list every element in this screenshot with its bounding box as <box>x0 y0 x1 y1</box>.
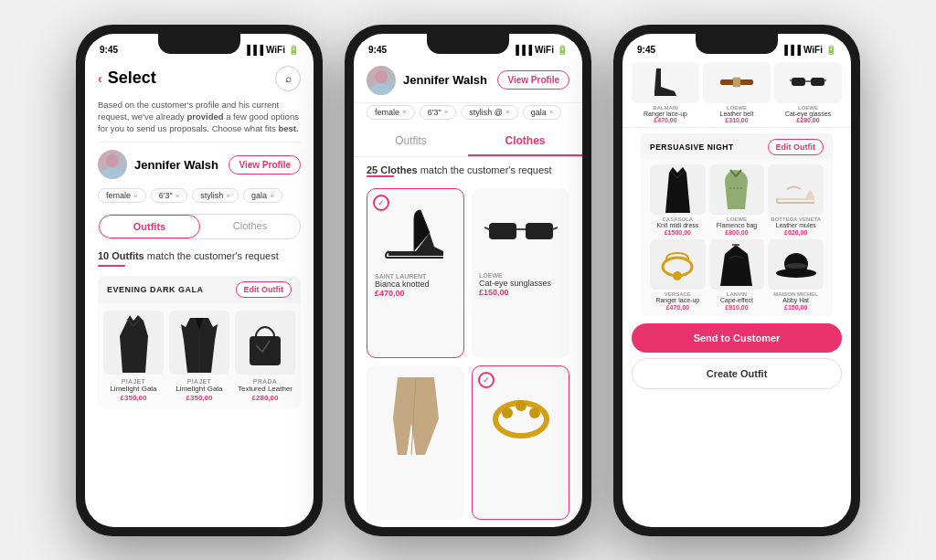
status-icons-2: ▐▐▐ WiFi 🔋 <box>513 45 568 55</box>
time-1: 9:45 <box>100 45 118 55</box>
p3-price-flamenco: £800,00 <box>709 229 765 236</box>
svg-point-0 <box>106 154 119 167</box>
tag-stylish-2[interactable]: stylish @× <box>461 105 517 120</box>
status-icons-3: ▐▐▐ WiFi 🔋 <box>782 45 836 55</box>
tag-height-1[interactable]: 6'3"× <box>151 188 188 203</box>
profile-row-1: Jennifer Walsh View Profile <box>85 143 314 186</box>
p3-top-boot: BALMAIN Ranger lace-up £470,00 <box>632 62 699 123</box>
tag-stylish-1[interactable]: stylish× <box>192 188 239 203</box>
p3-name-midi: Knit midi dress <box>650 222 706 229</box>
outfit-items-1: PIAJET Limelight Gala £350,00 <box>98 303 301 409</box>
svg-rect-3 <box>250 336 281 365</box>
search-button[interactable]: ⌕ <box>275 66 301 91</box>
tag-gala-1[interactable]: gala× <box>243 188 282 203</box>
p2-price-glasses: £150,00 <box>479 288 562 297</box>
p3-item-flamenco-bag: LOEWE Flamenco bag £800,00 <box>709 164 765 236</box>
tabs-row-1: Outfits Clothes <box>98 214 301 239</box>
p3-brand-mules: BOTTEGA VENETA <box>768 217 824 222</box>
p1-title-row: ‹ Select <box>98 69 156 88</box>
tab-outfits-2[interactable]: Outfits <box>354 127 468 156</box>
signal-icon-3: ▐▐▐ <box>782 45 801 55</box>
p3-item-mules: BOTTEGA VENETA Leather mules £620,00 <box>768 164 824 236</box>
p3-brand-hat: MAISON MICHEL <box>768 291 824 297</box>
match-text-1: 10 Outfits match the customer's request <box>85 247 314 267</box>
p3-img-necklace <box>650 239 706 290</box>
p2-card-pants[interactable] <box>367 365 464 520</box>
screen-content-2: Jennifer Walsh View Profile female× 6'3"… <box>354 58 582 527</box>
back-arrow[interactable]: ‹ <box>98 71 102 86</box>
edit-outfit-btn-3[interactable]: Edit Outfit <box>768 139 824 155</box>
phones-container: 9:45 ▐▐▐ WiFi 🔋 ‹ Select ⌕ <box>76 25 860 536</box>
tab-outfits-1[interactable]: Outfits <box>99 215 200 238</box>
outfit-section-1: EVENING DARK GALA Edit Outfit <box>98 276 301 523</box>
outfit-item-jacket: PIAJET Limelight Gala £350,00 <box>169 311 229 402</box>
svg-rect-18 <box>792 78 805 86</box>
p2-clothes-grid: ✓ SAINT LAURENT Bianca knotted £470,00 <box>354 181 582 527</box>
phone-3: 9:45 ▐▐▐ WiFi 🔋 <box>613 25 860 536</box>
edit-outfit-btn-1[interactable]: Edit Outfit <box>236 281 292 298</box>
avatar-name-2: Jennifer Walsh <box>367 66 487 95</box>
p2-card-heels[interactable]: ✓ SAINT LAURENT Bianca knotted £470,00 <box>367 188 464 358</box>
p2-tabs: Outfits Clothes <box>354 127 582 157</box>
p3-price-glasses-top: £280,00 <box>774 117 842 123</box>
p3-item-necklace: VERSACE Ranger lace-up £470,00 <box>650 239 706 311</box>
time-2: 9:45 <box>368 45 387 55</box>
p2-card-bracelet[interactable]: ✓ <box>472 365 569 520</box>
p3-item-midi-dress: CASASOLA Knit midi dress £1500,00 <box>650 164 706 236</box>
p3-img-hat <box>768 239 824 290</box>
wifi-icon-2: WiFi <box>535 45 554 55</box>
brand-jacket: PIAJET <box>169 378 229 385</box>
p3-name-glasses-top: Cat-eye glasses <box>774 111 842 117</box>
tab-clothes-2[interactable]: Clothes <box>468 127 582 156</box>
p2-card-glasses[interactable]: LOEWE Cat-eye sunglasses £150,00 <box>472 188 569 358</box>
check-badge-bracelet: ✓ <box>478 372 495 388</box>
tag-height-2[interactable]: 6'3"× <box>420 105 457 120</box>
battery-icon: 🔋 <box>288 45 299 55</box>
battery-icon-3: 🔋 <box>825 45 836 55</box>
price-jacket: £350,00 <box>169 394 229 402</box>
view-profile-btn-2[interactable]: View Profile <box>497 70 569 90</box>
p3-item-cape: LANVIN Cape-effect £910,00 <box>709 239 765 311</box>
check-badge-heels: ✓ <box>373 195 389 211</box>
search-icon: ⌕ <box>285 72 292 85</box>
create-outfit-btn[interactable]: Create Outfit <box>632 358 842 389</box>
signal-icon: ▐▐▐ <box>244 45 263 55</box>
tag-gala-2[interactable]: gala× <box>523 105 562 120</box>
svg-line-10 <box>553 227 558 229</box>
p2-name-glasses: Cat-eye sunglasses <box>479 279 562 288</box>
svg-line-9 <box>484 227 489 229</box>
svg-point-13 <box>502 407 513 418</box>
tags-row-1: female× 6'3"× stylish× gala× <box>85 186 314 210</box>
svg-point-1 <box>101 168 123 179</box>
outfit-header-1: EVENING DARK GALA Edit Outfit <box>98 276 301 303</box>
price-bag: £280,00 <box>235 394 295 402</box>
tags-row-2: female× 6'3"× stylish @× gala× <box>354 103 582 127</box>
p3-top-img-belt <box>703 62 771 103</box>
svg-point-15 <box>529 407 540 418</box>
svg-line-21 <box>790 79 792 81</box>
tag-female-2[interactable]: female× <box>367 105 415 120</box>
view-profile-btn-1[interactable]: View Profile <box>229 155 301 174</box>
p2-price-heels: £470,00 <box>375 289 456 298</box>
send-to-customer-btn[interactable]: Send to Customer <box>632 323 842 353</box>
p3-name-boot: Ranger lace-up <box>632 111 699 117</box>
svg-point-14 <box>516 400 526 411</box>
outfit-img-bag <box>235 311 295 375</box>
p3-name-mules: Leather mules <box>768 222 824 229</box>
p3-top-glasses: LOEWE Cat-eye glasses £280,00 <box>774 62 842 123</box>
tag-female-1[interactable]: female× <box>98 188 146 203</box>
notch-1 <box>158 34 240 54</box>
tab-clothes-1[interactable]: Clothes <box>200 215 300 238</box>
svg-point-27 <box>785 263 807 269</box>
p3-img-mules <box>768 164 824 215</box>
customer-name-1: Jennifer Walsh <box>134 158 218 172</box>
p3-img-midi-dress <box>650 164 706 215</box>
battery-icon-2: 🔋 <box>557 45 568 55</box>
price-dress: £350,00 <box>103 394 164 402</box>
svg-line-22 <box>824 79 826 81</box>
status-icons-1: ▐▐▐ WiFi 🔋 <box>244 45 299 55</box>
avatar-1 <box>98 150 127 179</box>
brand-dress: PIAJET <box>103 378 164 385</box>
wifi-icon-3: WiFi <box>803 45 823 55</box>
outfit-img-jacket <box>169 311 229 375</box>
